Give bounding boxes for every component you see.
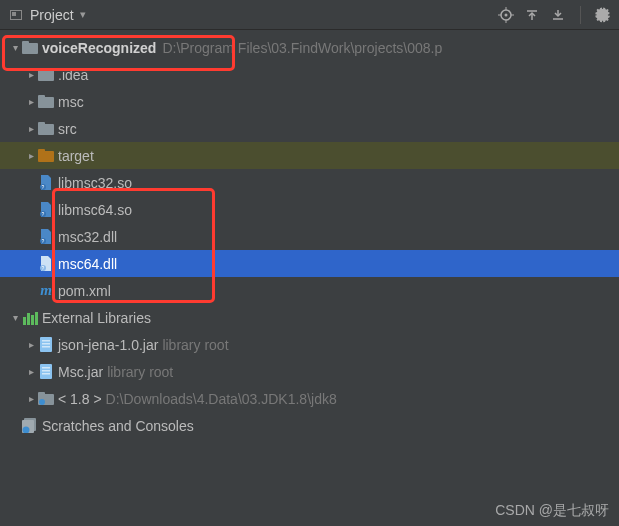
divider [580,6,581,24]
file-label: libmsc64.so [58,202,132,218]
libraries-icon [22,311,38,325]
svg-rect-34 [42,370,50,372]
tree-folder-idea[interactable]: ▸ .idea [0,61,619,88]
svg-rect-30 [42,343,50,345]
folder-icon [38,148,54,164]
expand-icon[interactable] [524,7,540,23]
svg-rect-15 [38,95,45,99]
folder-label: src [58,121,77,137]
jar-suffix: library root [162,337,228,353]
file-label: msc32.dll [58,229,117,245]
tree-folder-src[interactable]: ▸ src [0,115,619,142]
toolbar: Project ▾ [0,0,619,30]
tree-folder-target[interactable]: ▸ target [0,142,619,169]
locate-icon[interactable] [498,7,514,23]
file-icon: ? [38,175,54,191]
folder-label: target [58,148,94,164]
project-tree: ▾ voiceRecognized D:\Program Files\03.Fi… [0,30,619,443]
svg-point-38 [39,399,45,405]
jar-label: Msc.jar [58,364,103,380]
svg-point-1 [505,13,508,16]
svg-rect-19 [38,149,45,153]
svg-text:?: ? [42,211,45,217]
svg-rect-29 [42,340,50,342]
maven-icon: m [38,283,54,299]
jar-icon [38,364,54,380]
tree-file-selected[interactable]: ▸ ? msc64.dll [0,250,619,277]
svg-rect-13 [38,68,45,72]
chevron-right-icon[interactable]: ▸ [24,393,38,404]
chevron-right-icon[interactable]: ▸ [24,69,38,80]
folder-icon [38,67,54,83]
chevron-right-icon[interactable]: ▸ [24,366,38,377]
folder-icon [38,121,54,137]
svg-rect-17 [38,122,45,126]
chevron-right-icon[interactable]: ▸ [24,339,38,350]
folder-label: msc [58,94,84,110]
folder-icon [22,40,38,56]
file-icon: ? [38,229,54,245]
jar-icon [38,337,54,353]
scratches[interactable]: Scratches and Consoles [0,412,619,439]
library-item[interactable]: ▸ Msc.jar library root [0,358,619,385]
chevron-down-icon[interactable]: ▾ [8,312,22,323]
watermark: CSDN @是七叔呀 [495,502,609,520]
svg-text:?: ? [42,238,45,244]
file-label: msc64.dll [58,256,117,272]
gear-icon[interactable] [595,7,611,23]
svg-rect-31 [42,346,50,348]
jdk-path: D:\Downloads\4.Data\03.JDK1.8\jdk8 [106,391,337,407]
chevron-right-icon[interactable]: ▸ [24,123,38,134]
library-item[interactable]: ▸ json-jena-1.0.jar library root [0,331,619,358]
collapse-icon[interactable] [550,7,566,23]
folder-icon [38,391,54,407]
svg-text:?: ? [42,184,45,190]
scratches-label: Scratches and Consoles [42,418,194,434]
project-view-icon [8,7,24,23]
tree-file[interactable]: ▸ ? libmsc64.so [0,196,619,223]
dropdown-icon[interactable]: ▾ [80,8,86,21]
svg-rect-33 [42,367,50,369]
svg-text:?: ? [42,265,45,271]
external-label: External Libraries [42,310,151,326]
file-label: libmsc32.so [58,175,132,191]
file-icon: ? [38,256,54,272]
jdk-label: < 1.8 > [58,391,102,407]
jdk-item[interactable]: ▸ < 1.8 > D:\Downloads\4.Data\03.JDK1.8\… [0,385,619,412]
jar-suffix: library root [107,364,173,380]
chevron-right-icon[interactable]: ▸ [24,150,38,161]
tree-file[interactable]: ▸ ? libmsc32.so [0,169,619,196]
svg-rect-11 [22,41,29,45]
file-label: pom.xml [58,283,111,299]
project-root[interactable]: ▾ voiceRecognized D:\Program Files\03.Fi… [0,34,619,61]
svg-rect-35 [42,373,50,375]
chevron-right-icon[interactable]: ▸ [24,96,38,107]
svg-rect-37 [38,392,45,396]
file-icon: ? [38,202,54,218]
root-path: D:\Program Files\03.FindWork\projects\00… [162,40,442,56]
toolbar-title[interactable]: Project [30,7,74,23]
root-name: voiceRecognized [42,40,156,56]
tree-file-pom[interactable]: ▸ m pom.xml [0,277,619,304]
external-libraries[interactable]: ▾ External Libraries [0,304,619,331]
chevron-down-icon[interactable]: ▾ [8,42,22,53]
jar-label: json-jena-1.0.jar [58,337,158,353]
folder-icon [38,94,54,110]
tree-folder-msc[interactable]: ▸ msc [0,88,619,115]
folder-label: .idea [58,67,88,83]
scratches-icon [22,418,38,434]
tree-file[interactable]: ▸ ? msc32.dll [0,223,619,250]
